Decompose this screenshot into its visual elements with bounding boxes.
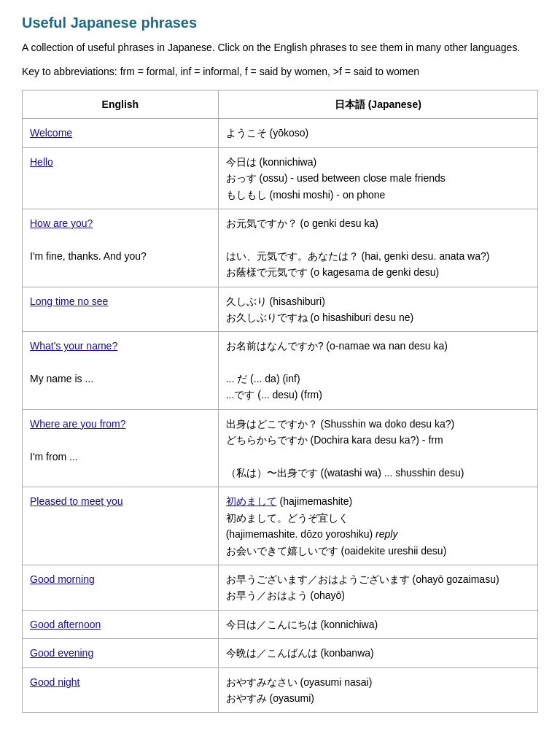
table-row: How are you? I'm fine, thanks. And you? …: [23, 209, 538, 287]
table-row: Hello 今日は (konnichiwa) おっす (ossu) - used…: [23, 147, 538, 209]
japanese-cell: お元気ですか？ (o genki desu ka) はい、元気です。あなたは？ …: [218, 209, 537, 287]
japanese-cell: 出身はどこですか？ (Shusshin wa doko desu ka?) どち…: [218, 409, 537, 487]
header-english: English: [23, 90, 219, 119]
how-are-you-link[interactable]: How are you?: [30, 217, 93, 229]
table-row: Good evening 今晩は／こんばんは (konbanwa): [23, 639, 538, 667]
english-cell: Long time no see: [23, 287, 219, 332]
table-row: Good morning お早うございます／おはようございます (ohayō g…: [23, 565, 538, 610]
table-row: Good night おやすみなさい (oyasumi nasai) おやすみ …: [23, 667, 538, 713]
english-cell: Pleased to meet you: [23, 487, 219, 565]
table-row: Good afternoon 今日は／こんにちは (konnichiwa): [23, 610, 538, 638]
table-row: Long time no see 久しぶり (hisashiburi) お久しぶ…: [23, 287, 538, 332]
header-japanese: 日本語 (Japanese): [218, 90, 537, 119]
good-morning-link[interactable]: Good morning: [30, 573, 95, 585]
english-cell: Where are you from? I'm from ...: [23, 409, 219, 487]
page-title: Useful Japanese phrases: [22, 15, 538, 31]
japanese-cell: 久しぶり (hisashiburi) お久しぶりですね (o hisashibu…: [218, 287, 537, 332]
english-cell: Good morning: [23, 565, 219, 610]
im-from-text: I'm from ...: [30, 451, 78, 462]
english-cell: How are you? I'm fine, thanks. And you?: [23, 209, 219, 287]
japanese-cell: 今日は (konnichiwa) おっす (ossu) - used betwe…: [218, 147, 537, 209]
whats-your-name-link[interactable]: What's your name?: [30, 340, 117, 352]
phrases-table: English 日本語 (Japanese) Welcome ようこそ (yōk…: [22, 90, 538, 713]
english-cell: Hello: [23, 147, 219, 209]
good-afternoon-link[interactable]: Good afternoon: [30, 619, 101, 630]
japanese-cell: 今日は／こんにちは (konnichiwa): [218, 610, 537, 638]
key-text: Key to abbreviations: frm = formal, inf …: [22, 64, 538, 80]
table-row: Welcome ようこそ (yōkoso): [23, 119, 538, 147]
fine-thanks-text: I'm fine, thanks. And you?: [30, 250, 147, 262]
english-cell: Welcome: [23, 119, 219, 147]
table-row: What's your name? My name is ... お名前はなんで…: [23, 332, 538, 410]
japanese-cell: お早うございます／おはようございます (ohayō gozaimasu) お早う…: [218, 565, 537, 610]
where-are-you-from-link[interactable]: Where are you from?: [30, 418, 126, 430]
english-cell: What's your name? My name is ...: [23, 332, 219, 410]
japanese-cell: 初めまして (hajimemashite) 初めまして。どうぞ宜しく (haji…: [218, 487, 537, 565]
english-cell: Good night: [23, 667, 219, 713]
pleased-to-meet-you-link[interactable]: Pleased to meet you: [30, 495, 123, 507]
japanese-cell: おやすみなさい (oyasumi nasai) おやすみ (oyasumi): [218, 667, 537, 713]
good-evening-link[interactable]: Good evening: [30, 647, 93, 659]
good-night-link[interactable]: Good night: [30, 676, 80, 688]
japanese-cell: お名前はなんですか? (o-namae wa nan desu ka) ... …: [218, 332, 537, 410]
english-cell: Good afternoon: [23, 610, 219, 638]
hello-link[interactable]: Hello: [30, 156, 53, 168]
long-time-no-see-link[interactable]: Long time no see: [30, 295, 108, 307]
japanese-cell: 今晩は／こんばんは (konbanwa): [218, 639, 537, 667]
my-name-is-text: My name is ...: [30, 373, 93, 384]
table-row: Pleased to meet you 初めまして (hajimemashite…: [23, 487, 538, 565]
table-row: Where are you from? I'm from ... 出身はどこです…: [23, 409, 538, 487]
english-cell: Good evening: [23, 639, 219, 667]
welcome-link[interactable]: Welcome: [30, 127, 72, 139]
intro-text: A collection of useful phrases in Japane…: [22, 40, 538, 55]
japanese-cell: ようこそ (yōkoso): [218, 119, 537, 147]
